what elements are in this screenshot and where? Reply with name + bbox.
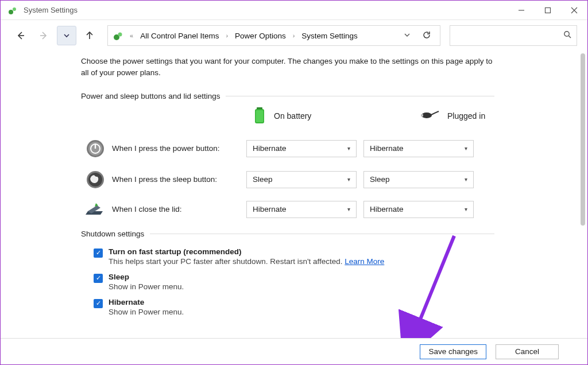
close-lid-label: When I close the lid: bbox=[112, 205, 239, 213]
breadcrumb-dropdown[interactable] bbox=[399, 32, 416, 39]
app-icon bbox=[7, 5, 18, 15]
chevron-down-icon: ▾ bbox=[465, 145, 467, 152]
save-changes-button[interactable]: Save changes bbox=[420, 344, 486, 359]
plug-icon bbox=[420, 110, 439, 123]
power-button-plugged-select[interactable]: Hibernate▾ bbox=[363, 140, 474, 157]
svg-rect-17 bbox=[421, 114, 423, 117]
refresh-button[interactable] bbox=[418, 30, 435, 41]
fast-startup-checkbox[interactable]: ✓ bbox=[94, 248, 103, 258]
sleep-button-label: When I press the sleep button: bbox=[112, 175, 239, 184]
chevron-down-icon: ▾ bbox=[347, 176, 350, 182]
section-label: Power and sleep buttons and lid settings bbox=[81, 92, 226, 100]
scrollbar[interactable] bbox=[579, 53, 586, 289]
titlebar: System Settings bbox=[1, 1, 587, 20]
scrollbar-thumb[interactable] bbox=[581, 53, 585, 226]
svg-point-0 bbox=[9, 10, 13, 14]
learn-more-link[interactable]: Learn More bbox=[345, 257, 384, 266]
back-button[interactable] bbox=[11, 26, 30, 45]
forward-button[interactable] bbox=[34, 26, 53, 45]
sleep-button-icon bbox=[81, 170, 105, 189]
breadcrumb[interactable]: « All Control Panel Items › Power Option… bbox=[107, 25, 440, 46]
breadcrumb-item-3[interactable]: System Settings bbox=[300, 32, 359, 40]
plugged-in-header: Plugged in bbox=[420, 106, 529, 126]
sleep-button-battery-select[interactable]: Sleep▾ bbox=[246, 171, 357, 188]
chevron-down-icon: ▾ bbox=[347, 206, 350, 212]
minimize-button[interactable] bbox=[508, 1, 535, 20]
laptop-lid-icon bbox=[81, 201, 105, 218]
svg-rect-15 bbox=[256, 110, 264, 122]
close-lid-row: When I close the lid: Hibernate▾ Hiberna… bbox=[81, 201, 587, 218]
sleep-button-row: When I press the sleep button: Sleep▾ Sl… bbox=[81, 170, 587, 189]
chevron-right-icon: › bbox=[223, 32, 230, 39]
divider bbox=[226, 96, 494, 96]
chevron-right-icon: › bbox=[291, 32, 297, 39]
plugged-in-label: Plugged in bbox=[447, 111, 485, 121]
search-icon bbox=[563, 30, 572, 41]
hibernate-checkbox-row: ✓ Hibernate Show in Power menu. bbox=[81, 298, 587, 322]
breadcrumb-item-2[interactable]: Power Options bbox=[234, 32, 287, 40]
hibernate-title: Hibernate bbox=[109, 298, 184, 306]
content-area: Choose the power settings that you want … bbox=[1, 51, 587, 322]
recent-locations-button[interactable] bbox=[57, 26, 76, 45]
navbar: « All Control Panel Items › Power Option… bbox=[1, 20, 587, 51]
close-lid-plugged-select[interactable]: Hibernate▾ bbox=[363, 201, 474, 218]
search-input[interactable] bbox=[450, 25, 577, 46]
chevron-down-icon: ▾ bbox=[465, 176, 467, 182]
close-lid-battery-select[interactable]: Hibernate▾ bbox=[246, 201, 357, 218]
fast-startup-desc: This helps start your PC faster after sh… bbox=[109, 257, 384, 266]
sleep-checkbox[interactable]: ✓ bbox=[94, 274, 103, 283]
section-power-sleep: Power and sleep buttons and lid settings bbox=[81, 92, 494, 100]
window-title: System Settings bbox=[24, 6, 78, 14]
hibernate-checkbox[interactable]: ✓ bbox=[94, 299, 103, 308]
svg-rect-3 bbox=[546, 7, 551, 13]
hibernate-desc: Show in Power menu. bbox=[109, 308, 184, 316]
intro-text: Choose the power settings that you want … bbox=[81, 56, 494, 79]
divider bbox=[150, 234, 494, 234]
section-shutdown: Shutdown settings bbox=[81, 230, 494, 238]
chevron-down-icon: ▾ bbox=[347, 145, 350, 152]
svg-point-10 bbox=[118, 33, 122, 37]
on-battery-header: On battery bbox=[253, 106, 362, 126]
power-button-row: When I press the power button: Hibernate… bbox=[81, 139, 587, 158]
maximize-button[interactable] bbox=[535, 1, 561, 20]
breadcrumb-item-1[interactable]: All Control Panel Items bbox=[139, 32, 220, 40]
battery-icon bbox=[253, 106, 266, 126]
control-panel-icon bbox=[113, 30, 124, 41]
svg-line-12 bbox=[568, 36, 571, 38]
on-battery-label: On battery bbox=[274, 111, 311, 121]
fast-startup-checkbox-row: ✓ Turn on fast startup (recommended) Thi… bbox=[81, 247, 587, 271]
power-button-label: When I press the power button: bbox=[112, 144, 239, 153]
chevron-left-icon: « bbox=[127, 32, 136, 39]
sleep-checkbox-row: ✓ Sleep Show in Power menu. bbox=[81, 273, 587, 297]
section-label: Shutdown settings bbox=[81, 230, 150, 238]
chevron-down-icon: ▾ bbox=[465, 206, 467, 212]
fast-startup-title: Turn on fast startup (recommended) bbox=[109, 247, 384, 256]
up-button[interactable] bbox=[80, 26, 99, 45]
sleep-button-plugged-select[interactable]: Sleep▾ bbox=[363, 171, 474, 188]
power-button-icon bbox=[81, 139, 105, 158]
column-headers: On battery Plugged in bbox=[81, 106, 587, 126]
sleep-title: Sleep bbox=[109, 273, 184, 281]
svg-point-11 bbox=[564, 32, 569, 36]
sleep-desc: Show in Power menu. bbox=[109, 282, 184, 291]
cancel-button[interactable]: Cancel bbox=[496, 344, 559, 359]
close-button[interactable] bbox=[561, 1, 587, 20]
footer: Save changes Cancel bbox=[1, 338, 587, 364]
svg-point-1 bbox=[13, 7, 16, 11]
power-button-battery-select[interactable]: Hibernate▾ bbox=[246, 140, 357, 157]
